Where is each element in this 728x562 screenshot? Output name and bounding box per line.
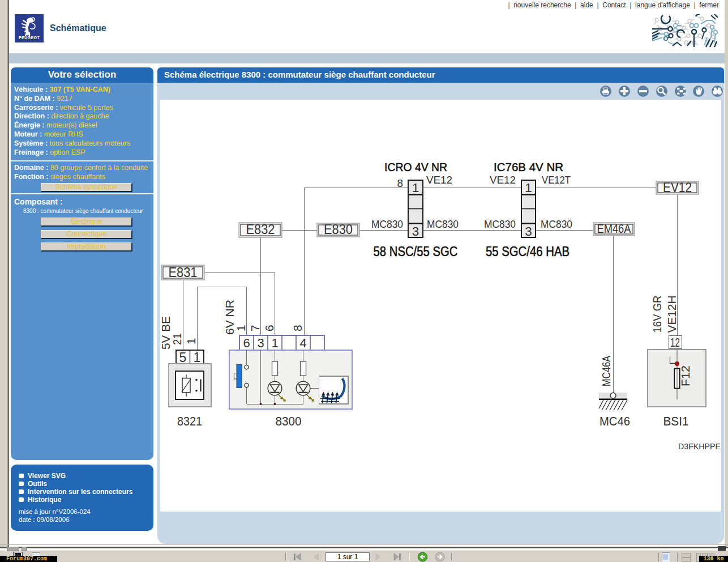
svg-text:F12: F12 (679, 365, 692, 386)
svg-text:5: 5 (179, 350, 187, 365)
svg-text:1: 1 (234, 325, 247, 331)
svg-text:8321: 8321 (177, 414, 202, 428)
svg-text:1: 1 (412, 181, 419, 195)
svg-text:8300: 8300 (276, 414, 302, 428)
svg-text:EV12: EV12 (663, 180, 692, 195)
svg-text:PEUGEOT: PEUGEOT (19, 35, 40, 40)
svg-text:1: 1 (194, 350, 201, 365)
svg-text:21: 21 (170, 333, 183, 345)
svg-text:E830: E830 (324, 222, 353, 237)
svg-text:VE12H: VE12H (666, 296, 678, 333)
svg-text:MC830: MC830 (541, 218, 572, 230)
svg-text:1: 1 (525, 181, 532, 195)
svg-text:MC830: MC830 (371, 218, 403, 230)
svg-text:3: 3 (412, 224, 419, 239)
svg-text:1: 1 (185, 338, 198, 344)
svg-text:VE12: VE12 (426, 174, 452, 186)
svg-text:MC830: MC830 (427, 218, 459, 230)
svg-text:E831: E831 (169, 265, 198, 280)
svg-text:MC830: MC830 (484, 218, 516, 230)
svg-text:4: 4 (299, 336, 306, 350)
svg-text:58 NSC/55 SGC: 58 NSC/55 SGC (374, 244, 458, 259)
svg-text:MC46A: MC46A (600, 355, 613, 386)
svg-text:8: 8 (291, 325, 304, 331)
svg-text:7: 7 (249, 325, 262, 331)
svg-text:IC76B 4V NR: IC76B 4V NR (494, 160, 563, 173)
svg-text:55 SGC/46 HAB: 55 SGC/46 HAB (486, 244, 569, 259)
svg-text:E832: E832 (246, 222, 275, 237)
svg-text:VE12T: VE12T (542, 174, 571, 186)
svg-text:3: 3 (525, 224, 532, 239)
svg-text:D3FKHPPE: D3FKHPPE (678, 442, 721, 451)
svg-text:16V GR: 16V GR (651, 296, 663, 333)
svg-text:MC46: MC46 (599, 414, 630, 428)
svg-text:1 sur 1: 1 sur 1 (337, 553, 358, 561)
svg-text:ICRO 4V NR: ICRO 4V NR (384, 160, 447, 173)
svg-text:12: 12 (670, 335, 680, 350)
svg-text:6: 6 (243, 336, 250, 350)
svg-text:6: 6 (263, 325, 276, 331)
svg-text:EM46A: EM46A (597, 222, 631, 236)
svg-text:3: 3 (257, 336, 264, 350)
svg-text:1: 1 (271, 336, 278, 350)
svg-text:8: 8 (397, 177, 403, 189)
svg-text:BSI1: BSI1 (663, 414, 689, 428)
svg-text:VE12: VE12 (490, 174, 516, 186)
